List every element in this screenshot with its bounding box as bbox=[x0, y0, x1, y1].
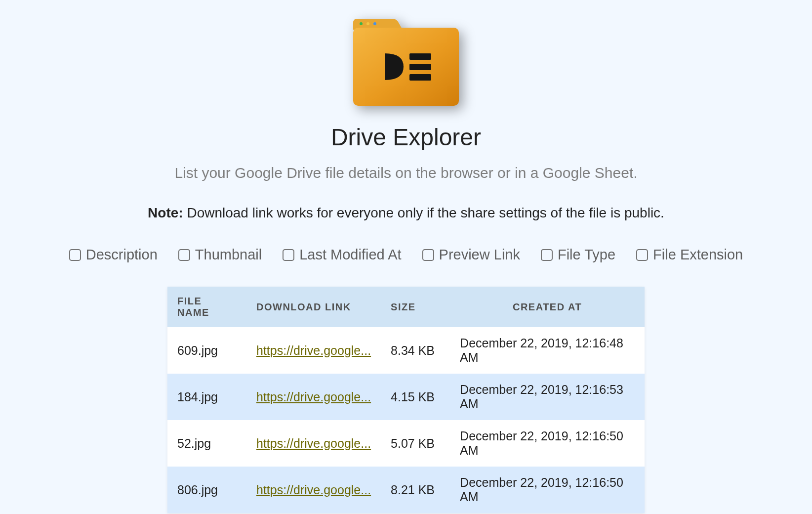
cell-download-link: https://drive.google... bbox=[246, 374, 381, 420]
cell-size: 5.07 KB bbox=[381, 420, 450, 467]
checkbox-icon[interactable] bbox=[283, 249, 294, 261]
checkbox-thumbnail[interactable]: Thumbnail bbox=[178, 247, 262, 263]
table-row: 806.jpg https://drive.google... 8.21 KB … bbox=[167, 467, 645, 513]
checkbox-icon[interactable] bbox=[422, 249, 434, 261]
checkbox-label: Description bbox=[86, 247, 158, 263]
page-title: Drive Explorer bbox=[0, 124, 812, 151]
svg-rect-6 bbox=[409, 74, 431, 81]
checkbox-label: File Extension bbox=[653, 247, 743, 263]
cell-size: 8.34 KB bbox=[381, 327, 450, 374]
cell-filename: 806.jpg bbox=[167, 467, 246, 513]
cell-size: 8.21 KB bbox=[381, 467, 450, 513]
checkbox-icon[interactable] bbox=[69, 249, 81, 261]
header-created-at: CREATED AT bbox=[450, 287, 645, 327]
download-link[interactable]: https://drive.google... bbox=[256, 343, 371, 357]
svg-point-2 bbox=[366, 22, 369, 25]
checkbox-label: Last Modified At bbox=[299, 247, 401, 263]
checkbox-last-modified-at[interactable]: Last Modified At bbox=[283, 247, 401, 263]
file-table: FILE NAME DOWNLOAD LINK SIZE CREATED AT … bbox=[167, 287, 645, 513]
svg-rect-4 bbox=[409, 53, 431, 60]
page-container: Drive Explorer List your Google Drive fi… bbox=[0, 0, 812, 513]
table-row: 609.jpg https://drive.google... 8.34 KB … bbox=[167, 327, 645, 374]
svg-rect-0 bbox=[353, 28, 459, 106]
checkbox-label: Preview Link bbox=[439, 247, 520, 263]
note-body: Download link works for everyone only if… bbox=[187, 205, 664, 220]
download-link[interactable]: https://drive.google... bbox=[256, 436, 371, 450]
table-row: 184.jpg https://drive.google... 4.15 KB … bbox=[167, 374, 645, 420]
checkbox-icon[interactable] bbox=[541, 249, 553, 261]
svg-point-1 bbox=[360, 22, 363, 25]
cell-created-at: December 22, 2019, 12:16:50 AM bbox=[450, 467, 645, 513]
cell-created-at: December 22, 2019, 12:16:53 AM bbox=[450, 374, 645, 420]
cell-size: 4.15 KB bbox=[381, 374, 450, 420]
cell-created-at: December 22, 2019, 12:16:50 AM bbox=[450, 420, 645, 467]
column-toggle-row: Description Thumbnail Last Modified At P… bbox=[0, 247, 812, 263]
note-text: Note: Download link works for everyone o… bbox=[0, 205, 812, 221]
checkbox-icon[interactable] bbox=[636, 249, 648, 261]
table-header-row: FILE NAME DOWNLOAD LINK SIZE CREATED AT bbox=[167, 287, 645, 327]
download-link[interactable]: https://drive.google... bbox=[256, 483, 371, 497]
checkbox-label: Thumbnail bbox=[195, 247, 262, 263]
cell-filename: 609.jpg bbox=[167, 327, 246, 374]
checkbox-file-type[interactable]: File Type bbox=[541, 247, 615, 263]
download-link[interactable]: https://drive.google... bbox=[256, 390, 371, 404]
cell-filename: 52.jpg bbox=[167, 420, 246, 467]
header-file-name: FILE NAME bbox=[167, 287, 246, 327]
table-row: 52.jpg https://drive.google... 5.07 KB D… bbox=[167, 420, 645, 467]
cell-download-link: https://drive.google... bbox=[246, 327, 381, 374]
page-subtitle: List your Google Drive file details on t… bbox=[0, 165, 812, 181]
header-size: SIZE bbox=[381, 287, 450, 327]
checkbox-description[interactable]: Description bbox=[69, 247, 158, 263]
header-download-link: DOWNLOAD LINK bbox=[246, 287, 381, 327]
checkbox-preview-link[interactable]: Preview Link bbox=[422, 247, 520, 263]
svg-rect-5 bbox=[409, 64, 431, 70]
logo-wrapper bbox=[0, 15, 812, 109]
checkbox-file-extension[interactable]: File Extension bbox=[636, 247, 743, 263]
note-label: Note: bbox=[148, 205, 183, 220]
cell-download-link: https://drive.google... bbox=[246, 467, 381, 513]
cell-created-at: December 22, 2019, 12:16:48 AM bbox=[450, 327, 645, 374]
cell-download-link: https://drive.google... bbox=[246, 420, 381, 467]
svg-point-3 bbox=[373, 22, 376, 25]
cell-filename: 184.jpg bbox=[167, 374, 246, 420]
drive-explorer-folder-icon bbox=[349, 15, 463, 109]
file-table-wrapper: FILE NAME DOWNLOAD LINK SIZE CREATED AT … bbox=[167, 287, 645, 513]
checkbox-icon[interactable] bbox=[178, 249, 190, 261]
checkbox-label: File Type bbox=[558, 247, 615, 263]
